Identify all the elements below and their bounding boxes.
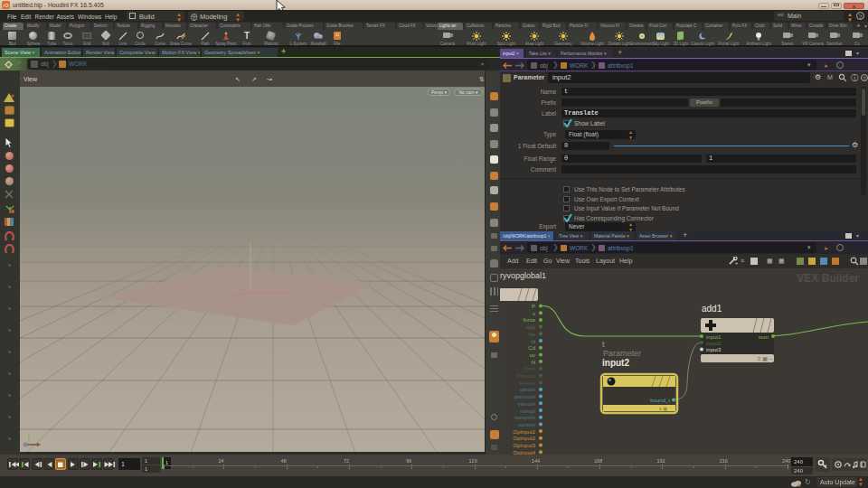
svg-text:v: v <box>533 311 535 316</box>
svg-text:bound_t: bound_t <box>650 398 670 403</box>
svg-text:N: N <box>532 360 535 365</box>
svg-text:sum: sum <box>759 334 769 340</box>
svg-text:P: P <box>532 304 535 309</box>
svg-text:numprim: numprim <box>514 415 535 420</box>
svg-text:≡ ▦ ─: ≡ ▦ ─ <box>758 356 774 361</box>
svg-text:input2: input2 <box>602 358 629 368</box>
svg-text:input2: input2 <box>706 341 722 346</box>
svg-text:ryvopglobal1: ryvopglobal1 <box>500 271 546 280</box>
svg-text:Frame: Frame <box>520 380 536 386</box>
svg-text:+: + <box>735 260 738 266</box>
svg-text:primnum: primnum <box>514 394 535 399</box>
svg-text:add1: add1 <box>702 304 722 314</box>
svg-text:Cd: Cd <box>528 345 535 351</box>
svg-text:numpt: numpt <box>520 408 535 414</box>
svg-text:OpInput2: OpInput2 <box>513 436 535 441</box>
svg-text:id: id <box>531 339 535 344</box>
svg-text:life: life <box>528 332 535 337</box>
svg-text:uv: uv <box>530 352 535 358</box>
svg-text:≡ ▦: ≡ ▦ <box>659 406 667 411</box>
svg-text:force: force <box>524 317 536 323</box>
svg-text:vtxnum: vtxnum <box>518 401 535 407</box>
svg-text:TimeInc: TimeInc <box>516 373 535 379</box>
svg-text:ptnum: ptnum <box>520 387 535 392</box>
svg-text:input3: input3 <box>706 347 722 352</box>
svg-text:age: age <box>526 324 536 330</box>
svg-text:numvtx: numvtx <box>518 422 535 427</box>
svg-text:input1: input1 <box>706 334 722 340</box>
svg-text:OpInput3: OpInput3 <box>513 443 535 448</box>
svg-text:OpInput1: OpInput1 <box>513 429 535 435</box>
svg-text:Parameter: Parameter <box>603 349 641 358</box>
svg-text:t: t <box>602 340 605 349</box>
svg-text:Time: Time <box>524 366 536 371</box>
